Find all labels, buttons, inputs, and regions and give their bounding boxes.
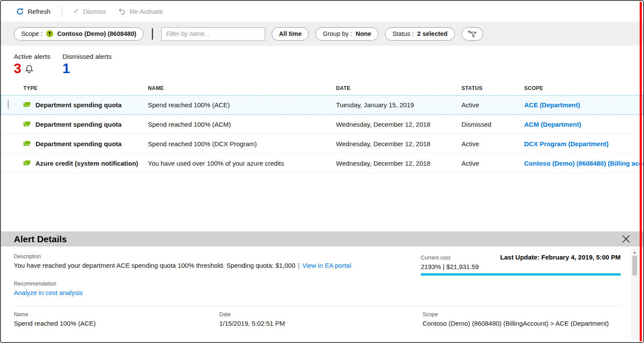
detail-name-label: Name — [14, 311, 219, 317]
details-scrollbar[interactable]: ▲ — [631, 249, 638, 340]
cost-progress-bar — [421, 273, 621, 276]
group-by-label: Group by : — [323, 30, 352, 37]
undo-icon — [119, 8, 125, 15]
alert-details-panel: Alert Details Description You have reach… — [1, 231, 643, 342]
enrollment-scope-icon — [46, 30, 54, 38]
add-filter-funnel-icon — [468, 30, 477, 38]
description-section: Description You have reached your depart… — [14, 253, 408, 297]
column-header-type[interactable]: TYPE — [23, 85, 148, 91]
filterbar-divider — [152, 28, 153, 40]
column-header-status[interactable]: STATUS — [461, 85, 524, 91]
group-by-pill[interactable]: Group by : None — [315, 27, 378, 41]
alert-details-title: Alert Details — [14, 234, 67, 244]
bell-icon — [25, 64, 33, 74]
dismiss-label: Dismiss — [83, 8, 106, 15]
detail-date-value: 1/15/2019, 5:02:51 PM — [219, 320, 423, 327]
table-header-row: TYPE NAME DATE STATUS SCOPE — [1, 78, 643, 95]
detail-scope-field: Scope Contoso (Demo) (8608480) (BillingA… — [423, 311, 621, 327]
table-row[interactable]: Azure credit (system notification) You h… — [1, 154, 643, 173]
filter-bar: Scope : Contoso (Demo) (8608480) All tim… — [1, 22, 643, 46]
alert-date: Wednesday, December 12, 2018 — [336, 160, 461, 167]
group-by-value: None — [356, 30, 371, 37]
reactivate-button[interactable]: Re-Activate — [114, 5, 167, 18]
description-text: You have reached your department ACE spe… — [14, 262, 295, 269]
status-filter-pill[interactable]: Status : 2 selected — [385, 27, 455, 41]
alert-scope-link[interactable]: ACE (Department) — [524, 101, 643, 109]
alert-type: Department spending quota — [35, 101, 122, 109]
description-separator: | — [298, 262, 300, 269]
alert-scope-link[interactable]: ACM (Department) — [524, 121, 643, 128]
alert-name: Spend reached 100% (DCX Program) — [148, 140, 336, 147]
refresh-button[interactable]: Refresh — [12, 5, 55, 18]
column-header-scope[interactable]: SCOPE — [524, 85, 643, 91]
table-row[interactable]: Department spending quota Spend reached … — [1, 115, 643, 134]
detail-name-value: Spend reached 100% (ACE) — [14, 320, 219, 327]
current-cost-label: Current cost — [421, 255, 450, 261]
time-range-value: All time — [279, 30, 301, 37]
alert-date: Wednesday, December 12, 2018 — [336, 140, 461, 147]
dismissed-alerts-label: Dismissed alerts — [62, 53, 112, 61]
red-edge-stripe — [640, 2, 642, 341]
detail-date-field: Date 1/15/2019, 5:02:51 PM — [219, 311, 423, 327]
alert-date: Tuesday, January 15, 2019 — [336, 101, 461, 109]
name-filter-input[interactable] — [161, 27, 265, 41]
active-alerts-summary[interactable]: Active alerts 3 — [14, 53, 50, 78]
status-filter-value: 2 selected — [417, 30, 448, 37]
table-row[interactable]: Department spending quota Spend reached … — [1, 134, 643, 154]
alert-status: Active — [461, 101, 524, 109]
last-update-text: Last Update: February 4, 2019, 5:00 PM — [500, 253, 621, 261]
alert-details-header: Alert Details — [1, 231, 643, 247]
scrollbar-thumb[interactable] — [632, 256, 637, 276]
alert-name: Spend reached 100% (ACE) — [148, 101, 336, 109]
dismissed-alerts-summary[interactable]: Dismissed alerts 1 — [62, 53, 112, 78]
description-label: Description — [14, 253, 408, 260]
spending-quota-icon — [23, 121, 31, 127]
view-in-ea-portal-link[interactable]: View in EA portal — [302, 262, 351, 269]
time-range-pill[interactable]: All time — [272, 27, 309, 41]
alert-status: Active — [461, 140, 524, 147]
status-filter-label: Status : — [392, 30, 413, 37]
recommendation-label: Recommendation — [14, 281, 408, 287]
dismiss-button[interactable]: ✓ Dismiss — [69, 5, 110, 18]
scroll-up-icon[interactable]: ▲ — [633, 249, 637, 256]
refresh-icon — [16, 8, 24, 15]
detail-scope-label: Scope — [423, 311, 621, 317]
detail-date-label: Date — [219, 311, 423, 317]
alert-status: Active — [461, 160, 524, 167]
alert-status: Dismissed — [461, 121, 524, 128]
spending-quota-icon — [23, 141, 31, 147]
active-alerts-count: 3 — [14, 61, 21, 76]
scope-pill-label: Scope : — [21, 30, 42, 37]
close-details-button[interactable] — [620, 233, 632, 245]
toolbar-divider — [62, 6, 62, 16]
command-bar: Refresh ✓ Dismiss Re-Activate — [1, 1, 643, 22]
detail-scope-value: Contoso (Demo) (8608480) (BillingAccount… — [423, 320, 621, 327]
close-icon — [622, 235, 630, 243]
alert-type: Azure credit (system notification) — [35, 160, 138, 167]
empty-area — [1, 173, 643, 231]
azure-credit-icon — [23, 160, 31, 166]
recommendation-section: Recommendation Analyze in cost analysis — [14, 281, 408, 297]
analyze-in-cost-analysis-link[interactable]: Analyze in cost analysis — [14, 289, 83, 296]
alert-type: Department spending quota — [35, 140, 122, 147]
detail-name-field: Name Spend reached 100% (ACE) — [14, 311, 219, 327]
column-header-name[interactable]: NAME — [148, 85, 336, 91]
dismissed-alerts-count: 1 — [62, 61, 70, 76]
alert-summary: Active alerts 3 Dismissed alerts 1 — [1, 46, 643, 78]
alert-details-body: Description You have reached your depart… — [1, 247, 643, 342]
row-checkbox[interactable] — [8, 100, 9, 109]
table-row[interactable]: Department spending quota Spend reached … — [1, 95, 643, 115]
scope-pill[interactable]: Scope : Contoso (Demo) (8608480) — [14, 27, 144, 41]
alert-scope-link[interactable]: Contoso (Demo) (8608480) (Billing accou — [524, 160, 644, 167]
alert-name: Spend reached 100% (ACM) — [148, 121, 336, 128]
spending-quota-icon — [23, 102, 31, 108]
alert-date: Wednesday, December 12, 2018 — [336, 121, 461, 128]
active-alerts-label: Active alerts — [14, 53, 50, 61]
current-cost-value: 2193% | $21,931.59 — [421, 263, 621, 270]
details-divider — [14, 306, 621, 306]
alert-scope-link[interactable]: DCX Program (Department) — [524, 140, 643, 147]
alerts-table: TYPE NAME DATE STATUS SCOPE Department s… — [1, 78, 643, 173]
column-header-date[interactable]: DATE — [336, 85, 461, 91]
add-filter-pill[interactable] — [461, 27, 483, 41]
reactivate-label: Re-Activate — [129, 8, 163, 15]
